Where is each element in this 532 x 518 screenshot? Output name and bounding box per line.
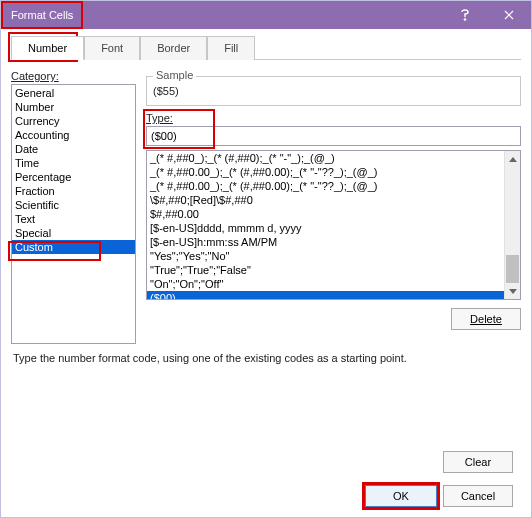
list-item[interactable]: Scientific bbox=[12, 198, 135, 212]
list-item[interactable]: Fraction bbox=[12, 184, 135, 198]
svg-point-0 bbox=[464, 19, 466, 21]
scroll-down-button[interactable] bbox=[505, 283, 520, 299]
tab-border[interactable]: Border bbox=[140, 36, 207, 60]
list-item-selected[interactable]: ($00) bbox=[147, 291, 504, 299]
format-cells-dialog: Format Cells Number Font Border Fill Cat… bbox=[0, 0, 532, 518]
type-label: Type: bbox=[146, 112, 521, 124]
tab-font[interactable]: Font bbox=[84, 36, 140, 60]
close-button[interactable] bbox=[487, 1, 531, 29]
list-item[interactable]: Number bbox=[12, 100, 135, 114]
window-title: Format Cells bbox=[1, 1, 83, 29]
list-item[interactable]: \$#,##0;[Red]\$#,##0 bbox=[147, 193, 504, 207]
titlebar: Format Cells bbox=[1, 1, 531, 29]
list-item[interactable]: Currency bbox=[12, 114, 135, 128]
list-item[interactable]: _(* #,##0.00_);_(* (#,##0.00);_(* "-"??_… bbox=[147, 179, 504, 193]
hint-text: Type the number format code, using one o… bbox=[11, 344, 521, 372]
clear-button[interactable]: Clear bbox=[443, 451, 513, 473]
list-item[interactable]: "True";"True";"False" bbox=[147, 263, 504, 277]
delete-button[interactable]: Delete bbox=[451, 308, 521, 330]
list-item-custom[interactable]: Custom bbox=[12, 240, 135, 254]
list-item[interactable]: Date bbox=[12, 142, 135, 156]
cancel-button[interactable]: Cancel bbox=[443, 485, 513, 507]
sample-value: ($55) bbox=[153, 81, 514, 97]
list-item[interactable]: Text bbox=[12, 212, 135, 226]
tab-bar: Number Font Border Fill bbox=[11, 35, 521, 60]
list-item[interactable]: Percentage bbox=[12, 170, 135, 184]
list-item[interactable]: [$-en-US]dddd, mmmm d, yyyy bbox=[147, 221, 504, 235]
sample-group: Sample ($55) bbox=[146, 76, 521, 106]
list-item[interactable]: Special bbox=[12, 226, 135, 240]
scroll-thumb[interactable] bbox=[506, 255, 519, 285]
sample-label: Sample bbox=[153, 69, 196, 81]
formats-listbox[interactable]: _(* #,##0_);_(* (#,##0);_(* "-"_);_(@_) … bbox=[146, 150, 521, 300]
list-item[interactable]: General bbox=[12, 86, 135, 100]
scroll-up-button[interactable] bbox=[505, 151, 520, 167]
scrollbar[interactable] bbox=[504, 151, 520, 299]
help-button[interactable] bbox=[443, 1, 487, 29]
tab-number[interactable]: Number bbox=[11, 36, 84, 60]
list-item[interactable]: _(* #,##0.00_);_(* (#,##0.00);_(* "-"??_… bbox=[147, 165, 504, 179]
list-item[interactable]: $#,##0.00 bbox=[147, 207, 504, 221]
tab-fill[interactable]: Fill bbox=[207, 36, 255, 60]
list-item[interactable]: Time bbox=[12, 156, 135, 170]
list-item[interactable]: [$-en-US]h:mm:ss AM/PM bbox=[147, 235, 504, 249]
ok-button[interactable]: OK bbox=[365, 485, 437, 507]
list-item[interactable]: Accounting bbox=[12, 128, 135, 142]
list-item[interactable]: "Yes";"Yes";"No" bbox=[147, 249, 504, 263]
list-item[interactable]: _(* #,##0_);_(* (#,##0);_(* "-"_);_(@_) bbox=[147, 151, 504, 165]
category-label: Category: bbox=[11, 70, 136, 82]
list-item[interactable]: "On";"On";"Off" bbox=[147, 277, 504, 291]
category-listbox[interactable]: General Number Currency Accounting Date … bbox=[11, 84, 136, 344]
type-input[interactable] bbox=[146, 126, 521, 146]
